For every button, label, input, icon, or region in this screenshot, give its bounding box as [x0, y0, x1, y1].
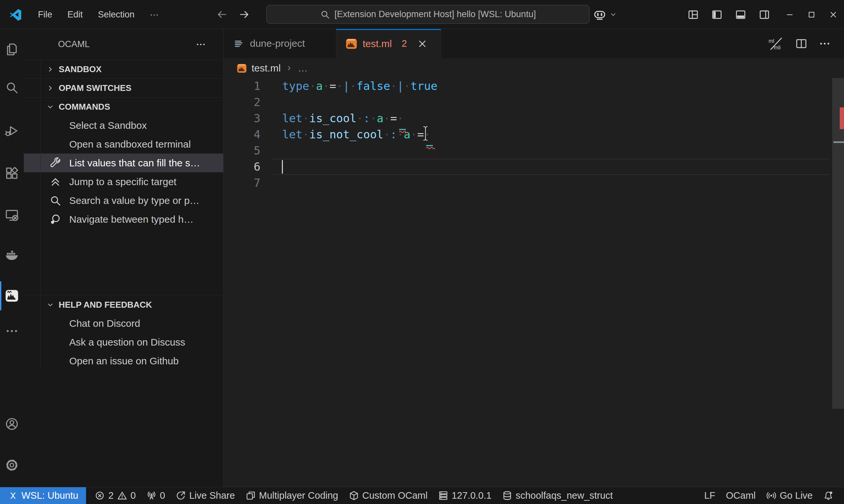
sidebar-item-open-an-issue-on-github[interactable]: Open an issue on Github — [24, 352, 223, 370]
code-line-4[interactable]: 4let·is_not_cool·:·a·=· — [224, 126, 844, 143]
code-editor[interactable]: 1type·a·=·|·false·|·true23let·is_cool·:·… — [224, 78, 844, 487]
tree-indent-guide — [40, 60, 40, 370]
menu-selection[interactable]: Selection — [90, 10, 142, 20]
code-token: let — [282, 128, 302, 141]
status-live-share[interactable]: Live Share — [170, 487, 240, 504]
ellipsis-icon — [5, 324, 19, 338]
sidebar-item-select-a-sandbox[interactable]: Select a Sandbox — [24, 116, 223, 135]
sidebar-item-list-values-that-can-fill-the-s[interactable]: List values that can fill the s… — [24, 154, 223, 172]
dune-file-icon — [233, 38, 245, 49]
breadcrumb-file[interactable]: test.ml — [252, 62, 280, 74]
code-line-2[interactable]: 2 — [224, 94, 844, 110]
code-token: = — [329, 79, 336, 93]
ocaml-file-icon — [345, 38, 357, 50]
section-label: OPAM SWITCHES — [59, 79, 132, 97]
code-token: = — [390, 112, 397, 125]
more-actions-icon[interactable] — [819, 38, 831, 50]
line-number: 6 — [224, 159, 260, 175]
activity-item-remote-explorer[interactable] — [0, 203, 24, 227]
section-header-commands[interactable]: COMMANDS — [24, 97, 223, 116]
close-button[interactable] — [822, 0, 844, 29]
section-label: COMMANDS — [59, 97, 110, 116]
navigate-forward-icon[interactable] — [238, 8, 250, 20]
code-line-5[interactable]: 5 — [224, 143, 844, 159]
status-ports[interactable]: 0 — [141, 487, 170, 504]
code-token: : — [390, 128, 397, 141]
status-problems[interactable]: 20 — [89, 487, 141, 504]
live-share-icon — [176, 490, 186, 501]
sidebar-item-jump-to-a-specific-target[interactable]: Jump to a specific target — [24, 172, 223, 191]
sidebar-item-label: Jump to a specific target — [69, 172, 176, 191]
section-header-help-and-feedback[interactable]: HELP AND FEEDBACK — [24, 295, 223, 314]
activity-item-explorer[interactable] — [0, 38, 24, 61]
status-bar: WSL: Ubuntu200Live ShareMultiplayer Codi… — [0, 487, 844, 504]
status-custom-ocaml[interactable]: Custom OCaml — [344, 487, 433, 504]
code-token: · — [356, 112, 363, 125]
breadcrumb-more[interactable]: … — [298, 62, 308, 74]
docker-icon — [5, 249, 19, 263]
activity-item-run-debug[interactable] — [0, 119, 24, 143]
more-actions-icon[interactable] — [195, 39, 206, 50]
maximize-button[interactable] — [800, 0, 822, 29]
status-eol[interactable]: LF — [699, 487, 721, 504]
warning-icon — [117, 490, 127, 501]
sidebar-item-search-a-value-by-type-or-p[interactable]: Search a value by type or p… — [24, 191, 223, 210]
activity-item-search[interactable] — [0, 76, 24, 100]
inspect-icon — [49, 214, 61, 225]
layout-icon[interactable] — [687, 9, 699, 20]
breadcrumb[interactable]: test.ml … — [224, 58, 844, 78]
activity-item-docker[interactable] — [0, 244, 24, 268]
ml-mli-switch-icon[interactable]: mlmli — [768, 37, 784, 50]
activity-item-settings[interactable] — [0, 453, 24, 477]
chevron-right-icon — [46, 84, 54, 92]
sidebar-item-ask-a-question-on-discuss[interactable]: Ask a question on Discuss — [24, 333, 223, 352]
status-multiplayer-coding[interactable]: Multiplayer Coding — [240, 487, 344, 504]
command-center-search[interactable]: [Extension Development Host] hello [WSL:… — [266, 5, 589, 24]
activity-item-more[interactable] — [0, 319, 24, 343]
code-token: · — [309, 79, 316, 93]
sidebar-item-open-a-sandboxed-terminal[interactable]: Open a sandboxed terminal — [24, 135, 223, 154]
section-header-opam-switches[interactable]: OPAM SWITCHES — [24, 78, 223, 97]
tab-dune-project[interactable]: dune-project — [224, 29, 336, 58]
activity-item-extensions[interactable] — [0, 161, 24, 185]
minimize-button[interactable] — [779, 0, 800, 29]
section-header-sandbox[interactable]: SANDBOX — [24, 60, 223, 78]
code-line-3[interactable]: 3let·is_cool·:·a·=· — [224, 110, 844, 126]
status-bar-left: WSL: Ubuntu200Live ShareMultiplayer Codi… — [0, 487, 618, 504]
extensions-icon — [5, 166, 19, 180]
sidebar-item-navigate-between-typed-h[interactable]: Navigate between typed h… — [24, 210, 223, 229]
sidebar-item-chat-on-discord[interactable]: Chat on Discord — [24, 314, 223, 333]
layout-controls — [687, 0, 770, 29]
code-line-1[interactable]: 1type·a·=·|·false·|·true — [224, 78, 844, 94]
search-icon — [49, 195, 61, 206]
status-notifications[interactable] — [818, 487, 839, 504]
split-editor-icon[interactable] — [795, 38, 807, 50]
tab-test-ml[interactable]: test.ml2 — [336, 29, 441, 58]
code-token: · — [390, 79, 397, 93]
code-line-6[interactable]: 6 — [224, 159, 844, 175]
status-remote[interactable]: WSL: Ubuntu — [0, 487, 86, 504]
close-tab-icon[interactable] — [417, 38, 428, 49]
mouse-ibeam-cursor — [423, 126, 428, 141]
layout-sidebar-right-icon[interactable] — [759, 9, 770, 20]
status-go-live[interactable]: Go Live — [761, 487, 818, 504]
code-token: · — [302, 112, 309, 125]
activity-item-accounts[interactable] — [0, 412, 24, 436]
code-token: a — [316, 79, 323, 93]
text-cursor — [282, 160, 283, 174]
status-language-mode[interactable]: OCaml — [721, 487, 761, 504]
code-line-7[interactable]: 7 — [224, 175, 844, 191]
menu-file[interactable]: File — [30, 10, 60, 20]
chevron-down-icon — [609, 11, 617, 18]
status-server-address[interactable]: 127.0.0.1 — [433, 487, 497, 504]
activity-item-ocaml[interactable] — [0, 284, 24, 308]
navigate-back-icon[interactable] — [216, 8, 228, 20]
copilot-menu[interactable] — [593, 0, 617, 29]
editor-actions: mlmli — [768, 29, 844, 58]
layout-sidebar-left-icon[interactable] — [711, 9, 723, 20]
menu-more[interactable]: ··· — [142, 10, 166, 20]
menu-edit[interactable]: Edit — [60, 10, 91, 20]
layout-panel-icon[interactable] — [735, 9, 746, 20]
status-database[interactable]: schoolfaqs_new_struct — [497, 487, 618, 504]
svg-text:ml: ml — [769, 38, 774, 44]
